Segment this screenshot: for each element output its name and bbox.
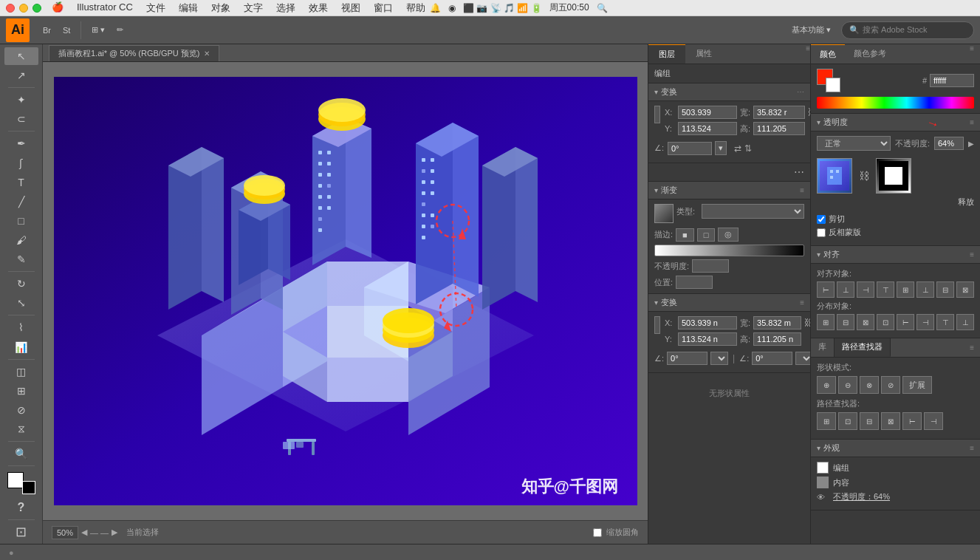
br-button[interactable]: Br (38, 20, 55, 41)
tab-pathfinder[interactable]: 路径查找器 (835, 338, 891, 357)
background-color[interactable] (22, 481, 35, 494)
flip-vertical-icon[interactable]: ⇅ (744, 143, 752, 154)
align-left-btn[interactable]: ⊢ (817, 281, 835, 298)
divide-btn[interactable]: ⊞ (817, 412, 836, 430)
menu-object[interactable]: 对象 (211, 1, 230, 15)
stroke-btn-2[interactable]: □ (697, 228, 716, 242)
position-input[interactable] (676, 276, 713, 289)
paintbrush-tool[interactable]: 🖌 (4, 231, 38, 249)
trim-btn[interactable]: ⊡ (838, 412, 857, 430)
trans-options-icon[interactable]: ≡ (970, 118, 974, 126)
transform2-options[interactable]: ≡ (800, 298, 804, 307)
flip-horizontal-icon[interactable]: ⇄ (734, 143, 741, 154)
rotate-tool[interactable]: ↻ (4, 275, 38, 293)
gradient-tool[interactable]: ◫ (4, 362, 38, 380)
merge-btn[interactable]: ⊟ (860, 412, 879, 430)
stroke-btn-1[interactable]: ■ (676, 228, 694, 242)
dist-btn-7[interactable]: ⊤ (936, 314, 954, 330)
next-artboard-btn[interactable]: ▶ (112, 527, 117, 537)
opacity-arrow-btn[interactable]: ▶ (968, 140, 974, 148)
pen-tool-button[interactable]: ✏ (112, 20, 128, 41)
lasso-tool[interactable]: ⊂ (4, 110, 38, 128)
transform-options[interactable]: ⋯ (797, 88, 804, 96)
menu-effects[interactable]: 效果 (309, 1, 328, 15)
dist-btn-3[interactable]: ⊠ (857, 314, 874, 330)
appear-options-icon[interactable]: ≡ (970, 444, 974, 452)
st-button[interactable]: St (58, 20, 75, 41)
invert-checkbox[interactable] (817, 228, 826, 237)
dist-btn-6[interactable]: ⊣ (916, 314, 934, 330)
visibility-eye-icon[interactable]: 👁 (817, 493, 829, 502)
h-input[interactable] (753, 122, 805, 135)
tab-properties[interactable]: 属性 (685, 44, 722, 64)
align-extra-2[interactable]: ⊠ (956, 281, 974, 298)
workspace-selector[interactable]: 基本功能 ▾ (787, 20, 835, 41)
arrange-button[interactable]: ⊞ ▾ (87, 20, 109, 41)
more-options-icon[interactable]: ⋯ (794, 166, 804, 178)
dist-btn-1[interactable]: ⊞ (817, 314, 835, 330)
creative-cloud-icon[interactable]: ◉ (448, 3, 456, 13)
maximize-button[interactable] (32, 4, 41, 13)
hex-input[interactable]: ffffff (930, 74, 974, 87)
menu-select[interactable]: 选择 (276, 1, 295, 15)
align-header[interactable]: ▾ 对齐 ≡ (811, 246, 980, 264)
tab-layers[interactable]: 图层 (648, 44, 685, 64)
align-right-btn[interactable]: ⊣ (857, 281, 874, 298)
y2-input[interactable] (678, 332, 737, 346)
h2-input[interactable] (753, 332, 801, 346)
stock-search-box[interactable]: 🔍 搜索 Adobe Stock (841, 21, 974, 39)
dist-btn-4[interactable]: ⊡ (877, 314, 894, 330)
stroke-btn-3[interactable]: ◎ (718, 228, 739, 242)
magic-wand-tool[interactable]: ✦ (4, 91, 38, 109)
menu-window[interactable]: 窗口 (374, 1, 393, 15)
align-extra-1[interactable]: ⊟ (936, 281, 954, 298)
blend-tool[interactable]: ⧖ (4, 420, 38, 438)
crop-btn[interactable]: ⊠ (881, 412, 900, 430)
align-options-icon[interactable]: ≡ (970, 250, 974, 259)
zoom-value[interactable]: 50% (52, 526, 78, 539)
x-input[interactable] (678, 106, 737, 119)
color-selector[interactable] (7, 472, 35, 494)
exclude-btn[interactable]: ⊘ (881, 376, 900, 394)
align-center-h-btn[interactable]: ⊥ (837, 281, 854, 298)
minimize-button[interactable] (19, 4, 28, 13)
opacity-input[interactable] (692, 259, 729, 273)
search-icon[interactable]: 🔍 (597, 3, 608, 13)
prev-artboard-btn[interactable]: ◀ (81, 527, 87, 537)
intersect-btn[interactable]: ⊗ (860, 376, 879, 394)
lib-path-options[interactable]: ≡ (970, 344, 980, 352)
w2-input[interactable] (753, 316, 801, 329)
menu-view[interactable]: 视图 (341, 1, 360, 15)
angle2-input[interactable] (667, 352, 707, 365)
menu-help[interactable]: 帮助 (406, 1, 425, 15)
opacity-item-label[interactable]: 不透明度：64% (833, 491, 890, 502)
dist-btn-2[interactable]: ⊟ (837, 314, 854, 330)
menu-apple[interactable]: 🍎 (52, 1, 64, 15)
gradient-swatch-preview[interactable] (654, 204, 674, 223)
chain-link-icon[interactable]: ⛓ (857, 168, 871, 183)
layer-thumbnail[interactable] (817, 158, 852, 194)
tab-color-guide[interactable]: 颜色参考 (845, 44, 895, 64)
select-tool[interactable]: ↖ (4, 47, 38, 65)
align-top-btn[interactable]: ⊤ (877, 281, 894, 298)
text-tool[interactable]: T (4, 174, 38, 191)
angle2-dropdown[interactable] (710, 352, 728, 365)
color-options-icon[interactable]: ≡ (970, 44, 980, 64)
color-spectrum[interactable] (817, 97, 974, 109)
y-input[interactable] (678, 122, 737, 135)
dist-btn-8[interactable]: ⊥ (956, 314, 974, 330)
mask-thumbnail[interactable] (876, 158, 911, 194)
x2-input[interactable] (678, 316, 737, 329)
menu-edit[interactable]: 编辑 (179, 1, 198, 15)
menu-file[interactable]: 文件 (146, 1, 165, 15)
graph-tool[interactable]: 📊 (4, 338, 38, 355)
transform-grid-icon[interactable] (654, 106, 660, 123)
question-mark[interactable]: ? (4, 499, 38, 516)
dist-btn-5[interactable]: ⊢ (897, 314, 914, 330)
minus-back-btn[interactable]: ⊣ (924, 412, 943, 430)
close-button[interactable] (6, 4, 15, 13)
warp-tool[interactable]: ⌇ (4, 318, 38, 336)
direct-select-tool[interactable]: ↗ (4, 66, 38, 84)
transform-header[interactable]: ▾ 变换 ⋯ (648, 83, 810, 101)
rect-tool[interactable]: □ (4, 212, 38, 230)
